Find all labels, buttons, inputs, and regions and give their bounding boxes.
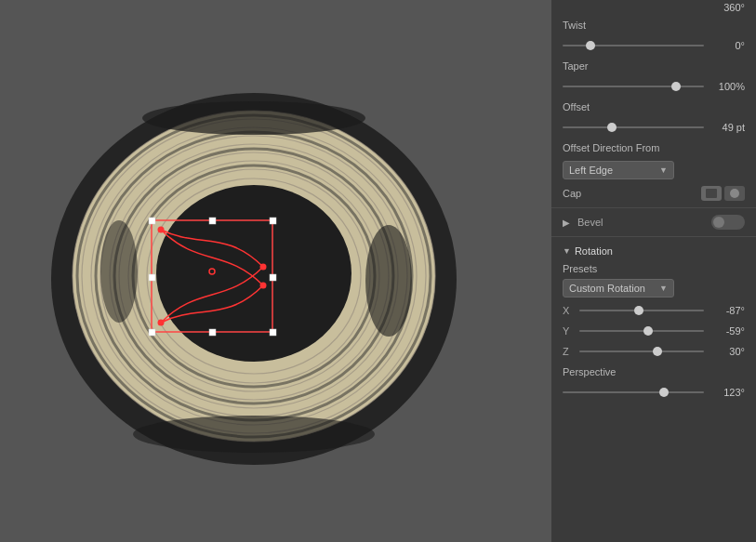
z-axis-label: Z xyxy=(563,346,574,357)
offset-direction-dropdown[interactable]: Left Edge ▼ xyxy=(563,161,674,179)
offset-thumb[interactable] xyxy=(607,123,617,132)
taper-label-row: Taper xyxy=(551,56,756,76)
offset-direction-label-row: Offset Direction From xyxy=(551,138,756,158)
z-value: 30° xyxy=(710,346,745,357)
taper-thumb[interactable] xyxy=(671,82,681,91)
svg-rect-30 xyxy=(209,329,216,336)
svg-point-19 xyxy=(100,220,138,323)
twist-thumb[interactable] xyxy=(586,41,595,50)
x-axis-label: X xyxy=(563,305,574,316)
perspective-thumb[interactable] xyxy=(659,388,669,397)
custom-rotation-dropdown-row[interactable]: Custom Rotation ▼ xyxy=(551,276,756,300)
perspective-value: 123° xyxy=(710,387,745,398)
torus-container xyxy=(0,0,551,542)
svg-rect-27 xyxy=(209,218,216,224)
bevel-arrow-icon: ▶ xyxy=(563,218,570,228)
svg-rect-24 xyxy=(270,218,276,224)
offset-direction-dropdown-row[interactable]: Left Edge ▼ xyxy=(551,158,756,182)
y-axis-label: Y xyxy=(563,325,574,337)
z-slider-row[interactable]: Z 30° xyxy=(551,341,756,362)
custom-rotation-value: Custom Rotation xyxy=(569,283,645,294)
canvas-area[interactable] xyxy=(0,0,551,542)
svg-point-32 xyxy=(259,263,266,270)
y-slider-row[interactable]: Y -59° xyxy=(551,321,756,341)
cap-label: Cap xyxy=(563,188,696,199)
svg-point-34 xyxy=(259,282,266,288)
top-360-value: 360° xyxy=(723,2,745,13)
svg-rect-25 xyxy=(149,329,155,336)
cap-row: Cap xyxy=(551,182,756,205)
rotation-collapse-icon: ▼ xyxy=(563,246,571,256)
svg-point-18 xyxy=(365,225,412,337)
twist-slider-row[interactable]: 0° xyxy=(551,35,756,56)
offset-slider[interactable] xyxy=(563,121,704,134)
twist-label: Twist xyxy=(563,20,586,31)
cap-toggle-group[interactable] xyxy=(701,186,745,201)
x-slider-row[interactable]: X -87° xyxy=(551,300,756,321)
svg-rect-29 xyxy=(270,274,276,281)
x-thumb[interactable] xyxy=(634,306,643,315)
bevel-row[interactable]: ▶ Bevel xyxy=(551,211,756,233)
x-slider[interactable] xyxy=(579,304,704,317)
cap-toggle-right[interactable] xyxy=(724,186,745,201)
x-value: -87° xyxy=(710,305,745,316)
custom-rotation-dropdown[interactable]: Custom Rotation ▼ xyxy=(563,279,674,297)
svg-point-21 xyxy=(133,416,375,453)
svg-point-33 xyxy=(157,319,164,325)
perspective-label-row: Perspective xyxy=(551,362,756,382)
offset-direction-label: Offset Direction From xyxy=(563,142,659,153)
top-360-row: 360° xyxy=(551,0,756,15)
torus-svg xyxy=(31,48,477,495)
offset-label-row: Offset xyxy=(551,97,756,117)
z-thumb[interactable] xyxy=(653,347,662,356)
cap-toggle-left[interactable] xyxy=(701,186,722,201)
z-slider[interactable] xyxy=(579,345,704,358)
svg-point-4 xyxy=(156,185,351,362)
y-value: -59° xyxy=(710,325,745,337)
bevel-toggle[interactable] xyxy=(711,215,745,230)
right-panel: 360° Twist 0° Taper 100% Offset xyxy=(551,0,756,542)
offset-value: 49 pt xyxy=(710,122,745,133)
offset-label: Offset xyxy=(563,101,590,112)
chevron-down-icon: ▼ xyxy=(659,165,668,175)
svg-rect-23 xyxy=(149,218,155,224)
svg-rect-28 xyxy=(149,274,155,281)
y-slider[interactable] xyxy=(579,324,704,337)
perspective-slider[interactable] xyxy=(563,386,704,399)
presets-label: Presets xyxy=(563,263,597,274)
taper-value: 100% xyxy=(710,81,745,92)
offset-direction-value: Left Edge xyxy=(569,165,613,176)
y-thumb[interactable] xyxy=(643,326,653,336)
svg-point-31 xyxy=(157,226,164,232)
taper-slider-row[interactable]: 100% xyxy=(551,76,756,97)
custom-rotation-chevron-icon: ▼ xyxy=(659,284,668,293)
twist-slider[interactable] xyxy=(563,39,704,52)
taper-slider[interactable] xyxy=(563,80,704,93)
twist-label-row: Twist xyxy=(551,15,756,35)
perspective-label: Perspective xyxy=(563,366,616,377)
bevel-label: Bevel xyxy=(577,217,706,228)
svg-point-20 xyxy=(142,101,365,135)
perspective-slider-row[interactable]: 123° xyxy=(551,382,756,403)
taper-label: Taper xyxy=(563,60,589,72)
rotation-label: Rotation xyxy=(575,245,613,257)
twist-value: 0° xyxy=(710,40,745,51)
svg-rect-26 xyxy=(270,329,276,336)
rotation-section-header[interactable]: ▼ Rotation xyxy=(551,240,756,259)
offset-slider-row[interactable]: 49 pt xyxy=(551,117,756,138)
presets-label-row: Presets xyxy=(551,259,756,276)
